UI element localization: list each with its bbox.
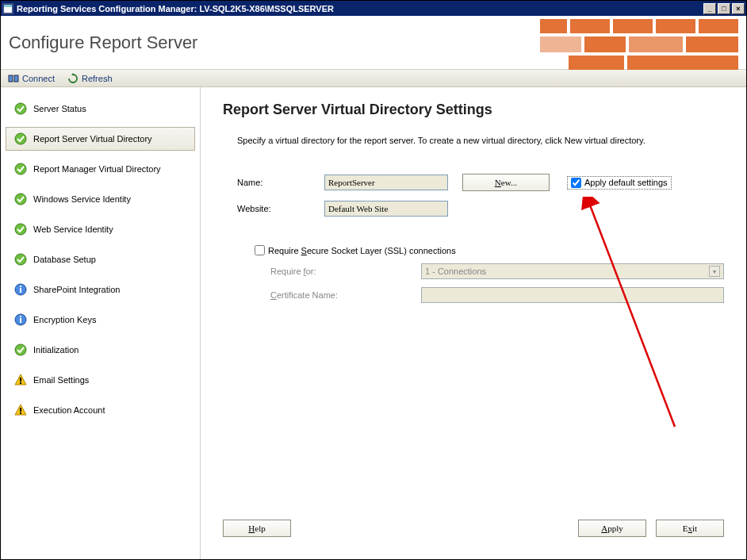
- app-icon: [2, 3, 13, 14]
- svg-rect-17: [20, 378, 21, 382]
- cert-row: Certificate Name:: [255, 287, 724, 303]
- sidebar-item-report-server-virtual-directory[interactable]: Report Server Virtual Directory: [6, 127, 195, 151]
- sidebar-item-email-settings[interactable]: Email Settings: [6, 368, 195, 392]
- svg-rect-1: [4, 5, 12, 7]
- warn-status-icon: [14, 374, 27, 386]
- svg-point-9: [15, 254, 26, 265]
- require-for-row: Require for: 1 - Connections ▾: [255, 263, 724, 279]
- svg-point-6: [15, 163, 26, 175]
- sidebar-item-label: Database Setup: [33, 255, 96, 264]
- svg-rect-2: [9, 75, 13, 82]
- name-label: Name:: [237, 178, 324, 187]
- require-for-label: Require for:: [270, 267, 421, 276]
- sidebar-item-encryption-keys[interactable]: Encryption Keys: [6, 308, 195, 332]
- ok-status-icon: [14, 253, 27, 266]
- apply-button[interactable]: Apply: [578, 520, 646, 537]
- window-title: Reporting Services Configuration Manager…: [17, 4, 703, 13]
- ok-status-icon: [14, 163, 27, 175]
- close-button[interactable]: ×: [732, 3, 745, 14]
- sidebar-item-label: Execution Account: [33, 405, 105, 415]
- sidebar-item-web-service-identity[interactable]: Web Service Identity: [6, 217, 195, 241]
- website-row: Website:: [223, 201, 724, 217]
- connect-label: Connect: [22, 74, 55, 83]
- svg-rect-0: [4, 7, 12, 13]
- sidebar-item-label: Report Manager Virtual Directory: [33, 164, 161, 174]
- require-for-value: 1 - Connections: [425, 267, 486, 276]
- sidebar-item-initialization[interactable]: Initialization: [6, 338, 195, 362]
- sidebar-item-label: Report Server Virtual Directory: [33, 134, 152, 144]
- svg-rect-20: [20, 412, 21, 414]
- ok-status-icon: [14, 193, 27, 205]
- content-panel: Report Server Virtual Directory Settings…: [201, 87, 746, 559]
- ok-status-icon: [14, 102, 27, 115]
- svg-rect-12: [20, 286, 21, 287]
- maximize-button[interactable]: □: [718, 3, 730, 14]
- require-for-select: 1 - Connections ▾: [421, 263, 724, 279]
- refresh-label: Refresh: [82, 74, 113, 83]
- info-status-icon: [14, 313, 27, 326]
- sidebar-item-server-status[interactable]: Server Status: [6, 97, 195, 121]
- name-input[interactable]: [324, 175, 448, 190]
- ssl-checkbox[interactable]: [255, 245, 265, 255]
- header-decoration: [540, 19, 746, 67]
- info-status-icon: [14, 283, 27, 296]
- sidebar-item-report-manager-virtual-directory[interactable]: Report Manager Virtual Directory: [6, 157, 195, 181]
- svg-rect-11: [20, 288, 21, 293]
- content-heading: Report Server Virtual Directory Settings: [223, 102, 724, 118]
- apply-default-wrapper[interactable]: Apply default settings: [567, 176, 672, 190]
- main-area: Server StatusReport Server Virtual Direc…: [1, 87, 746, 559]
- minimize-button[interactable]: _: [703, 3, 716, 14]
- sidebar-item-label: Web Service Identity: [33, 224, 113, 234]
- apply-default-checkbox[interactable]: [571, 178, 581, 188]
- header: Configure Report Server: [1, 16, 746, 70]
- exit-button[interactable]: Exit: [656, 520, 724, 537]
- cert-input: [421, 287, 724, 303]
- refresh-button[interactable]: Refresh: [62, 71, 118, 86]
- ssl-group: Require Secure Socket Layer (SSL) connec…: [223, 245, 724, 303]
- svg-point-8: [15, 224, 26, 235]
- footer: Help Apply Exit: [223, 512, 724, 545]
- svg-rect-19: [20, 408, 21, 412]
- website-input[interactable]: [324, 201, 448, 217]
- content-description: Specify a virtual directory for the repo…: [223, 136, 724, 145]
- sidebar-item-label: Encryption Keys: [33, 315, 96, 324]
- warn-status-icon: [14, 404, 27, 416]
- annotation-arrow: [572, 197, 699, 451]
- sidebar-item-label: Email Settings: [33, 375, 89, 385]
- sidebar-item-label: Server Status: [33, 104, 86, 113]
- new-button[interactable]: New...: [462, 174, 550, 191]
- ssl-label: Require Secure Socket Layer (SSL) connec…: [268, 246, 456, 255]
- sidebar-item-database-setup[interactable]: Database Setup: [6, 247, 195, 271]
- refresh-icon: [67, 73, 79, 84]
- svg-point-7: [15, 194, 26, 205]
- toolbar: Connect Refresh: [1, 70, 746, 87]
- connect-button[interactable]: Connect: [2, 71, 60, 86]
- name-row: Name: New... Apply default settings: [223, 174, 724, 191]
- sidebar: Server StatusReport Server Virtual Direc…: [1, 87, 201, 559]
- page-main-title: Configure Report Server: [9, 33, 197, 53]
- website-label: Website:: [237, 204, 324, 213]
- sidebar-item-label: Initialization: [33, 345, 79, 355]
- sidebar-item-label: SharePoint Integration: [33, 285, 120, 294]
- ssl-wrapper[interactable]: Require Secure Socket Layer (SSL) connec…: [255, 245, 724, 255]
- sidebar-item-label: Windows Service Identity: [33, 194, 131, 204]
- svg-point-5: [15, 133, 26, 144]
- sidebar-item-windows-service-identity[interactable]: Windows Service Identity: [6, 187, 195, 211]
- svg-rect-18: [20, 382, 21, 384]
- help-button[interactable]: Help: [223, 520, 291, 537]
- title-bar: Reporting Services Configuration Manager…: [1, 1, 746, 16]
- svg-rect-15: [20, 316, 21, 317]
- connect-icon: [8, 73, 19, 84]
- chevron-down-icon: ▾: [709, 266, 720, 277]
- cert-label: Certificate Name:: [270, 290, 421, 300]
- sidebar-item-sharepoint-integration[interactable]: SharePoint Integration: [6, 278, 195, 301]
- ok-status-icon: [14, 132, 27, 145]
- svg-rect-14: [20, 318, 21, 323]
- sidebar-item-execution-account[interactable]: Execution Account: [6, 398, 195, 422]
- svg-line-21: [589, 203, 675, 427]
- ok-status-icon: [14, 343, 27, 356]
- window-controls: _ □ ×: [703, 3, 745, 14]
- ok-status-icon: [14, 223, 27, 236]
- apply-default-label: Apply default settings: [584, 178, 668, 187]
- svg-point-16: [15, 344, 26, 355]
